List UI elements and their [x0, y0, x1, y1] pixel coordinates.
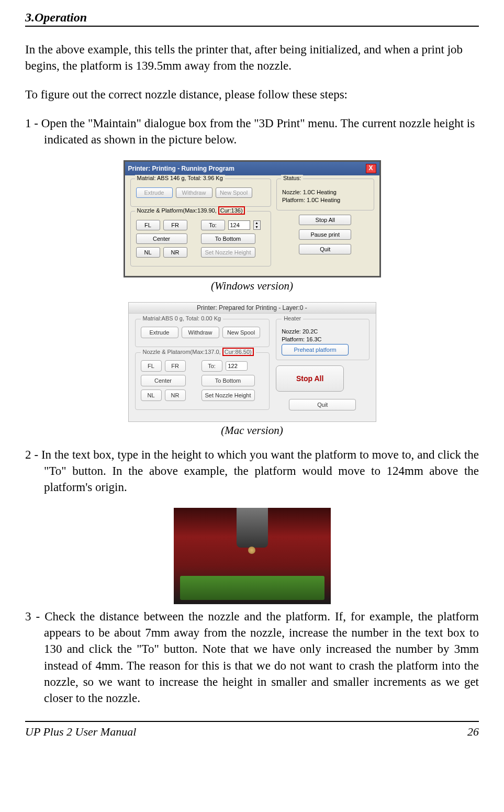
- pause-button[interactable]: Pause print: [299, 229, 351, 240]
- mac-withdraw-button[interactable]: Withdraw: [182, 327, 219, 338]
- step-3-paragraph: 3 - Check the distance between the nozzl…: [25, 608, 479, 706]
- footer-page-number: 26: [467, 725, 479, 739]
- intro-paragraph: In the above example, this tells the pri…: [25, 41, 479, 74]
- page-footer: UP Plus 2 User Manual 26: [25, 721, 479, 739]
- printer-photo: [174, 508, 331, 604]
- mac-extrude-button[interactable]: Extrude: [141, 327, 178, 338]
- nr-button[interactable]: NR: [163, 247, 187, 258]
- setheight-button[interactable]: Set Nozzle Height: [201, 247, 255, 258]
- mac-stopall-button[interactable]: Stop All: [276, 365, 344, 392]
- footer-left: UP Plus 2 User Manual: [25, 725, 136, 739]
- withdraw-button[interactable]: Withdraw: [176, 187, 212, 198]
- page-container: 3.Operation In the above example, this t…: [0, 0, 504, 749]
- nozzle-tip-shape: [248, 547, 255, 554]
- windows-title-text: Printer: Printing - Running Program: [128, 165, 234, 172]
- mac-newspool-button[interactable]: New Spool: [222, 327, 260, 338]
- mac-np-prefix: Nozzle & Platarom(Max:137.0,: [143, 349, 221, 355]
- mac-cur-highlight: Cur:86.50): [222, 348, 254, 356]
- np-prefix: Nozzle & Platform(Max:139.90,: [137, 207, 217, 214]
- newspool-button[interactable]: New Spool: [216, 187, 252, 198]
- mac-heater-label: Heater: [282, 315, 303, 321]
- fl-button[interactable]: FL: [136, 220, 160, 230]
- mac-quit-button[interactable]: Quit: [289, 399, 356, 410]
- figure-windows: Printer: Printing - Running Program X Ma…: [25, 160, 479, 277]
- figure-mac: Printer: Prepared for Printing - Layer:0…: [25, 302, 479, 422]
- mac-tobottom-button[interactable]: To Bottom: [201, 375, 255, 386]
- mac-titlebar: Printer: Prepared for Printing - Layer:0…: [129, 303, 376, 314]
- stopall-button[interactable]: Stop All: [299, 215, 351, 225]
- windows-titlebar: Printer: Printing - Running Program X: [125, 162, 379, 175]
- mac-nr-button[interactable]: NR: [165, 390, 186, 401]
- cur-highlight: Cur:136): [218, 206, 245, 215]
- spinner-icon[interactable]: ▲▼: [253, 220, 261, 230]
- mac-fl-button[interactable]: FL: [141, 360, 162, 372]
- material-label: Matrial: ABS 146 g, Total: 3.96 Kg: [135, 175, 225, 181]
- section-title: 3.Operation: [25, 10, 479, 27]
- windows-dialog: Printer: Printing - Running Program X Ma…: [124, 160, 381, 277]
- quit-button[interactable]: Quit: [299, 244, 351, 254]
- step-1-paragraph: 1 - Open the "Maintain" dialogue box fro…: [25, 115, 479, 148]
- mac-nozzle-platform-group: Nozzle & Platarom(Max:137.0, Cur:86.50) …: [135, 352, 270, 410]
- step-2-paragraph: 2 - In the text box, type in the height …: [25, 447, 479, 495]
- nl-button[interactable]: NL: [136, 247, 160, 258]
- mac-preheat-button[interactable]: Preheat platform: [282, 344, 349, 355]
- follow-steps-paragraph: To figure out the correct nozzle distanc…: [25, 86, 479, 103]
- mac-dialog: Printer: Prepared for Printing - Layer:0…: [128, 302, 376, 422]
- nozzle-platform-group: Nozzle & Platform(Max:139.90, Cur:136) F…: [130, 211, 271, 266]
- mac-heater-platform: Platform: 16.3C: [282, 336, 363, 342]
- tobottom-button[interactable]: To Bottom: [201, 233, 255, 244]
- mac-material-label: Matrial:ABS 0 g, Total: 0.00 Kg: [141, 315, 223, 321]
- mac-material-group: Matrial:ABS 0 g, Total: 0.00 Kg Extrude …: [135, 319, 270, 347]
- material-group: Matrial: ABS 146 g, Total: 3.96 Kg Extru…: [130, 179, 271, 207]
- status-group: Status: Nozzle: 1.0C Heating Platform: 1…: [276, 179, 374, 210]
- to-value-input[interactable]: [228, 220, 250, 230]
- close-icon[interactable]: X: [366, 164, 376, 173]
- status-nozzle: Nozzle: 1.0C Heating: [282, 189, 368, 195]
- nozzle-platform-label: Nozzle & Platform(Max:139.90, Cur:136): [135, 207, 247, 214]
- nozzle-shape: [237, 508, 268, 548]
- caption-windows: (Windows version): [25, 280, 479, 293]
- mac-to-button[interactable]: To:: [201, 360, 222, 372]
- mac-to-value-input[interactable]: [226, 361, 248, 371]
- extrude-button[interactable]: Extrude: [136, 187, 173, 198]
- mac-nozzle-platform-label: Nozzle & Platarom(Max:137.0, Cur:86.50): [141, 349, 256, 355]
- figure-photo: [25, 508, 479, 606]
- mac-heater-group: Heater Nozzle: 20.2C Platform: 16.3C Pre…: [276, 319, 369, 360]
- caption-mac: (Mac version): [25, 424, 479, 437]
- platform-shape: [180, 576, 324, 600]
- mac-nl-button[interactable]: NL: [141, 390, 162, 401]
- status-label: Status:: [281, 175, 303, 181]
- mac-heater-nozzle: Nozzle: 20.2C: [282, 328, 363, 335]
- status-platform: Platform: 1.0C Heating: [282, 197, 368, 203]
- mac-center-button[interactable]: Center: [141, 375, 186, 386]
- to-button[interactable]: To:: [201, 220, 225, 230]
- mac-setheight-button[interactable]: Set Nozzle Height: [201, 390, 255, 401]
- mac-fr-button[interactable]: FR: [165, 360, 186, 372]
- center-button[interactable]: Center: [136, 233, 187, 244]
- fr-button[interactable]: FR: [163, 220, 187, 230]
